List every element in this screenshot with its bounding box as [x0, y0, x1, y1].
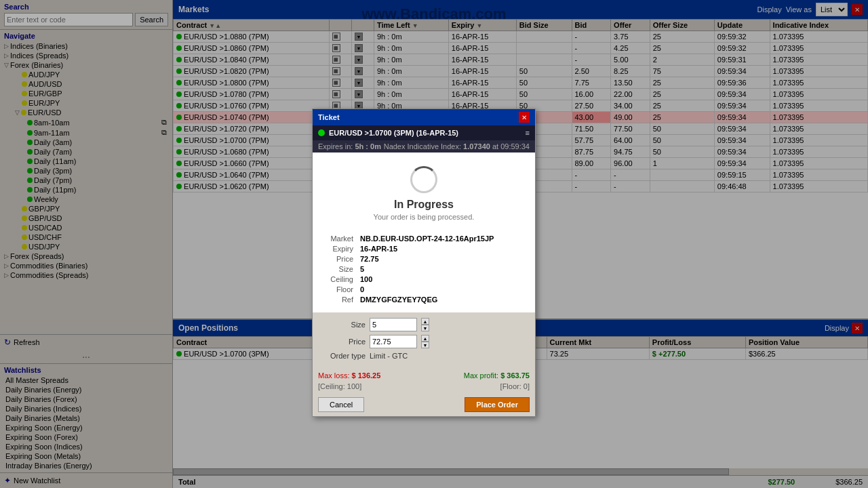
- ticket-actions: Cancel Place Order: [313, 393, 535, 416]
- ticket-modal: Ticket ✕ EUR/USD >1.0700 (3PM) (16-APR-1…: [312, 108, 536, 417]
- price-row: Price ▲ ▼: [318, 335, 530, 348]
- detail-label-expiry: Expiry: [319, 245, 353, 253]
- ticket-titlebar: Ticket ✕: [313, 109, 535, 125]
- size-label: Size: [318, 321, 366, 329]
- detail-label-size: Size: [319, 265, 353, 273]
- ticket-body: In Progress Your order is being processe…: [313, 152, 535, 312]
- detail-label-floor: Floor: [319, 285, 353, 293]
- contract-status-dot: [318, 129, 325, 136]
- max-profit: Max profit: $ 363.75: [464, 371, 530, 380]
- price-down-button[interactable]: ▼: [421, 342, 429, 348]
- order-type-value: Limit - GTC: [370, 352, 408, 360]
- detail-label-price: Price: [319, 255, 353, 263]
- detail-row-floor: Floor 0: [319, 285, 528, 293]
- expires-value: 5h : 0m: [355, 142, 381, 150]
- in-progress-area: In Progress Your order is being processe…: [319, 159, 528, 228]
- size-up-button[interactable]: ▲: [421, 318, 429, 325]
- in-progress-sub: Your order is being processed.: [374, 213, 475, 221]
- ticket-inputs: Size ▲ ▼ Price ▲ ▼ Order type Limit - GT…: [313, 312, 535, 369]
- max-loss: Max loss: $ 136.25: [318, 371, 380, 380]
- price-up-button[interactable]: ▲: [421, 335, 429, 342]
- detail-value-ceiling: 100: [360, 275, 372, 283]
- floor-note: [Floor: 0]: [500, 382, 530, 390]
- spinner: [410, 166, 437, 193]
- ceiling-note: [Ceiling: 100]: [318, 382, 361, 390]
- detail-row-market: Market NB.D.EUR-USD.OPT-24-12-16Apr15JP: [319, 235, 528, 243]
- price-stepper: ▲ ▼: [421, 335, 429, 348]
- detail-row-price: Price 72.75: [319, 255, 528, 263]
- order-type-row: Order type Limit - GTC: [318, 352, 530, 360]
- cancel-button[interactable]: Cancel: [318, 397, 364, 412]
- expires-label: Expires in: 5h : 0m: [318, 142, 381, 150]
- order-type-label: Order type: [318, 352, 366, 360]
- in-progress-title: In Progress: [394, 199, 454, 211]
- detail-value-price: 72.75: [360, 255, 379, 263]
- size-stepper: ▲ ▼: [421, 318, 429, 331]
- ceiling-floor-info: [Ceiling: 100] [Floor: 0]: [313, 382, 535, 393]
- price-label: Price: [318, 338, 366, 346]
- detail-row-ref: Ref DMZYGFGZYEY7QEG: [319, 296, 528, 304]
- detail-value-market: NB.D.EUR-USD.OPT-24-12-16Apr15JP: [360, 235, 494, 243]
- max-profit-value: $ 363.75: [500, 371, 530, 380]
- max-loss-value: $ 136.25: [352, 371, 381, 380]
- place-order-button[interactable]: Place Order: [465, 397, 530, 412]
- detail-value-size: 5: [360, 265, 364, 273]
- size-input[interactable]: [370, 318, 417, 331]
- detail-label-ref: Ref: [319, 296, 353, 304]
- ticket-title: Ticket: [318, 113, 340, 121]
- indicative-info: Nadex Indicative Index: 1.07340 at 09:59…: [384, 142, 530, 150]
- detail-value-expiry: 16-APR-15: [360, 245, 397, 253]
- detail-label-ceiling: Ceiling: [319, 275, 353, 283]
- detail-label-market: Market: [319, 235, 353, 243]
- detail-row-size: Size 5: [319, 265, 528, 273]
- menu-icon[interactable]: ≡: [526, 129, 530, 137]
- indicative-value: 1.07340: [463, 142, 490, 150]
- ticket-details: Market NB.D.EUR-USD.OPT-24-12-16Apr15JP …: [319, 235, 528, 304]
- ticket-close-button[interactable]: ✕: [519, 112, 530, 123]
- size-row: Size ▲ ▼: [318, 318, 530, 331]
- contract-name: EUR/USD >1.0700 (3PM) (16-APR-15): [329, 129, 458, 137]
- size-down-button[interactable]: ▼: [421, 325, 429, 331]
- price-input[interactable]: [370, 335, 417, 348]
- detail-row-expiry: Expiry 16-APR-15: [319, 245, 528, 253]
- ticket-contract-bar: EUR/USD >1.0700 (3PM) (16-APR-15) ≡: [313, 125, 535, 140]
- detail-value-ref: DMZYGFGZYEY7QEG: [360, 296, 437, 304]
- detail-row-ceiling: Ceiling 100: [319, 275, 528, 283]
- ticket-expires-bar: Expires in: 5h : 0m Nadex Indicative Ind…: [313, 140, 535, 152]
- ticket-profit-loss: Max loss: $ 136.25 Max profit: $ 363.75: [313, 369, 535, 382]
- detail-value-floor: 0: [360, 285, 364, 293]
